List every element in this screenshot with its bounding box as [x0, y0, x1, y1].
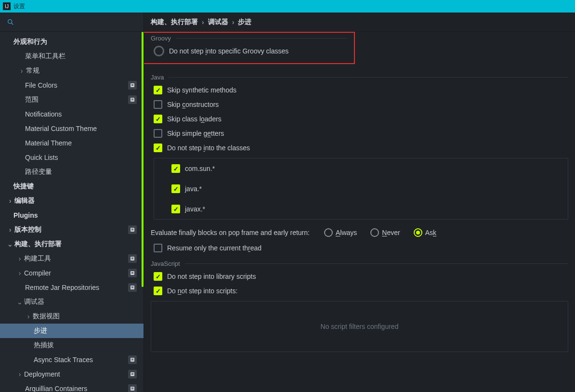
sidebar-item[interactable]: File Colors: [0, 78, 144, 92]
class-filter-item[interactable]: javax.*: [154, 199, 568, 219]
checkbox[interactable]: [154, 115, 162, 123]
no-step-classes-option[interactable]: Do not step into the classes: [144, 141, 575, 155]
sidebar-item[interactable]: ›数据视图: [0, 309, 144, 324]
sidebar-item[interactable]: ›编辑器: [0, 194, 144, 208]
sidebar-item[interactable]: ›Compiler: [0, 266, 144, 280]
checkbox[interactable]: [154, 100, 162, 109]
sidebar-item-label: Notifications: [25, 110, 137, 118]
svg-rect-18: [131, 287, 133, 287]
eval-label: Evaluate finally blocks on pop frame and…: [151, 229, 310, 236]
chevron-right-icon: ›: [25, 313, 32, 320]
settings-content: 构建、执行部署 › 调试器 › 步进 Groovy Do not step in…: [144, 13, 575, 392]
project-badge-icon: [128, 254, 137, 263]
svg-rect-7: [131, 100, 133, 100]
js-scripts-option[interactable]: Do not step into scripts:: [144, 284, 575, 298]
section-javascript: JavaScript: [144, 255, 575, 269]
sidebar-item[interactable]: 快捷键: [0, 179, 144, 194]
checkbox[interactable]: [154, 287, 162, 295]
classes-list: com.sun.* java.* javax.*: [154, 158, 568, 220]
sidebar-item-label: 构建、执行部署: [14, 240, 137, 248]
sidebar-item[interactable]: ›Deployment: [0, 367, 144, 381]
settings-tree: 外观和行为菜单和工具栏›常规File Colors范围Notifications…: [0, 32, 144, 392]
sidebar-item-label: 外观和行为: [13, 38, 137, 46]
sidebar-item[interactable]: ›常规: [0, 64, 144, 78]
project-badge-icon: [128, 384, 137, 392]
search-row[interactable]: [0, 13, 144, 32]
radio-icon[interactable]: [370, 228, 379, 237]
checkbox[interactable]: [154, 244, 162, 252]
sidebar-item[interactable]: 步进: [0, 324, 144, 338]
sidebar-item-label: 编辑器: [14, 196, 137, 205]
highlight-box: Groovy Do not step into specific Groovy …: [144, 32, 355, 64]
breadcrumb-item: 构建、执行部署: [151, 18, 198, 26]
sidebar-item[interactable]: Material Theme: [0, 136, 144, 150]
radio-always[interactable]: Always: [324, 228, 357, 237]
skip-synthetic-option[interactable]: Skip synthetic methods: [144, 83, 575, 97]
sidebar-item[interactable]: Material Custom Theme: [0, 121, 144, 136]
svg-line-1: [12, 23, 13, 25]
resume-thread-option[interactable]: Resume only the current thread: [144, 241, 575, 255]
chevron-down-icon: ⌄: [16, 298, 23, 306]
svg-rect-25: [131, 374, 133, 375]
skip-getters-option[interactable]: Skip simple getters: [144, 126, 575, 141]
project-badge-icon: [128, 95, 137, 104]
sidebar-item-label: Material Theme: [25, 139, 137, 147]
js-library-option[interactable]: Do not step into library scripts: [144, 269, 575, 284]
sidebar-item-label: 热插拔: [34, 341, 137, 350]
option-label: Resume only the current thread: [167, 244, 261, 252]
sidebar-item[interactable]: Async Stack Traces: [0, 353, 144, 367]
checkbox[interactable]: [171, 184, 180, 193]
sidebar-item[interactable]: 路径变量: [0, 165, 144, 179]
option-label: Skip class loaders: [167, 115, 222, 123]
sidebar-item[interactable]: Remote Jar Repositories: [0, 280, 144, 295]
checkbox[interactable]: [154, 272, 162, 281]
class-filter-item[interactable]: com.sun.*: [154, 158, 568, 179]
svg-rect-13: [131, 259, 133, 259]
skip-classloaders-option[interactable]: Skip class loaders: [144, 112, 575, 126]
sidebar-item[interactable]: Plugins: [0, 208, 144, 222]
checkbox[interactable]: [171, 205, 180, 213]
sidebar-item[interactable]: Quick Lists: [0, 150, 144, 165]
option-label: Do not step into specific Groovy classes: [169, 47, 288, 55]
sidebar-item-label: 菜单和工具栏: [25, 52, 137, 61]
sidebar-item[interactable]: Notifications: [0, 107, 144, 121]
project-badge-icon: [128, 225, 137, 234]
section-groovy: Groovy: [144, 33, 354, 44]
sidebar-item[interactable]: Arquillian Containers: [0, 381, 144, 392]
breadcrumb: 构建、执行部署 › 调试器 › 步进: [144, 13, 575, 32]
class-filter-item[interactable]: java.*: [154, 179, 568, 199]
skip-constructors-option[interactable]: Skip constructors: [144, 97, 575, 112]
project-badge-icon: [128, 370, 137, 379]
chevron-right-icon: ›: [7, 226, 13, 234]
option-label: Skip simple getters: [167, 130, 224, 137]
sidebar-item[interactable]: 热插拔: [0, 338, 144, 353]
groovy-step-into-option[interactable]: Do not step into specific Groovy classes: [144, 44, 354, 58]
sidebar-item[interactable]: 外观和行为: [0, 35, 144, 49]
radio-ask[interactable]: Ask: [414, 228, 436, 237]
sidebar-item[interactable]: ⌄调试器: [0, 295, 144, 309]
svg-rect-9: [131, 229, 133, 229]
sidebar-item-label: Deployment: [24, 370, 128, 378]
sidebar-item[interactable]: ⌄构建、执行部署: [0, 237, 144, 251]
option-label: Do not step into scripts:: [167, 287, 237, 295]
radio-never[interactable]: Never: [370, 228, 400, 237]
sidebar-item[interactable]: ›构建工具: [0, 251, 144, 266]
app-icon: IJ: [3, 2, 11, 10]
sidebar-item[interactable]: 范围: [0, 92, 144, 107]
sidebar-item-label: 路径变量: [25, 168, 137, 176]
sidebar-item-label: Async Stack Traces: [34, 356, 128, 364]
settings-panel: Groovy Do not step into specific Groovy …: [144, 32, 575, 392]
checkbox[interactable]: [154, 86, 162, 94]
option-label: Do not step into the classes: [167, 144, 250, 152]
sidebar-item[interactable]: ›版本控制: [0, 222, 144, 237]
checkbox[interactable]: [171, 164, 180, 173]
svg-rect-16: [131, 273, 133, 274]
chevron-right-icon: ›: [16, 255, 23, 262]
radio-icon[interactable]: [414, 228, 422, 237]
sidebar-item[interactable]: 菜单和工具栏: [0, 49, 144, 64]
radio-icon[interactable]: [324, 228, 333, 237]
checkbox[interactable]: [154, 129, 162, 138]
breadcrumb-item: 调试器: [208, 18, 228, 26]
checkbox[interactable]: [154, 46, 164, 56]
checkbox[interactable]: [154, 144, 162, 152]
